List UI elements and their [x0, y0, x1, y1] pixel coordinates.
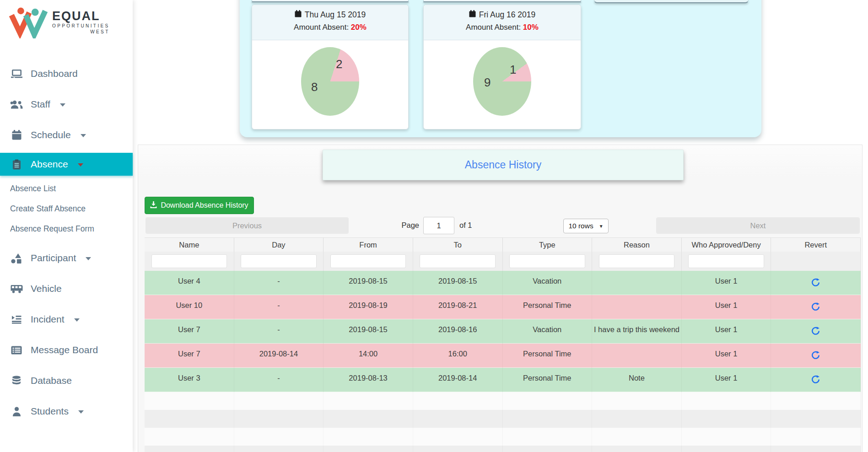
chevron-down-icon	[86, 257, 91, 260]
absence-history-table: Name Day From To Type Reason Who Approve…	[145, 237, 861, 452]
revert-button[interactable]	[811, 278, 820, 289]
logo-subtitle: OPPORTUNITIES	[52, 23, 110, 28]
page-number-input[interactable]	[423, 217, 454, 234]
table-row: User 7 2019-08-14 14:00 16:00 Personal T…	[145, 344, 861, 368]
sidebar-item-schedule[interactable]: Schedule	[0, 122, 133, 148]
column-header-from: From	[323, 238, 413, 252]
column-header-day: Day	[234, 238, 324, 252]
filter-input-who-approved[interactable]	[688, 254, 764, 268]
staff-users-icon	[10, 100, 23, 109]
rows-per-page-select[interactable]: 10 rows ▼	[563, 219, 609, 233]
app-logo[interactable]: EQUAL OPPORTUNITIES WEST	[0, 0, 133, 40]
logo-people-icon	[7, 4, 49, 40]
table-row: User 10 - 2019-08-19 2019-08-21 Personal…	[145, 295, 861, 319]
bus-icon	[10, 284, 23, 293]
column-header-revert: Revert	[771, 238, 861, 252]
pie-slice-label-absent: 1	[510, 63, 516, 77]
sidebar-subitem-absence-list[interactable]: Absence List	[0, 178, 133, 199]
table-row-empty	[145, 428, 861, 446]
amount-absent-value: 20%	[351, 23, 367, 32]
previous-page-button[interactable]: Previous	[146, 217, 349, 234]
column-header-type: Type	[503, 238, 593, 252]
table-filter-row	[145, 252, 861, 271]
filter-input-type[interactable]	[509, 254, 585, 268]
sidebar-subitem-absence-request-form[interactable]: Absence Request Form	[0, 219, 133, 239]
table-row-empty	[145, 410, 861, 428]
page-count-label: of 1	[459, 221, 472, 230]
shapes-icon	[10, 253, 23, 264]
pie-slice-label-absent: 2	[336, 57, 342, 71]
sidebar-item-participant[interactable]: Participant	[0, 245, 133, 271]
absence-page: EQUAL OPPORTUNITIES WEST Dashboard Staff	[0, 0, 868, 452]
table-row-empty	[145, 392, 861, 410]
revert-icon	[811, 355, 820, 361]
calendar-icon	[295, 10, 302, 20]
pie-slice-label-present: 9	[484, 75, 491, 90]
column-header-who-approved: Who Approved/Deny	[682, 238, 771, 252]
chevron-down-icon	[81, 134, 86, 137]
database-icon	[10, 376, 23, 386]
select-arrow-icon: ▼	[599, 224, 604, 229]
column-header-to: To	[413, 238, 503, 252]
revert-button[interactable]	[811, 375, 820, 386]
chevron-down-icon	[78, 410, 84, 414]
indent-list-icon	[10, 315, 23, 324]
revert-button[interactable]	[811, 326, 820, 337]
table-row: User 4 - 2019-08-15 2019-08-15 Vacation …	[145, 271, 861, 295]
column-header-reason: Reason	[592, 238, 682, 252]
chevron-down-icon	[60, 103, 65, 107]
table-row: User 7 - 2019-08-15 2019-08-16 Vacation …	[145, 319, 861, 344]
calendar-icon	[10, 130, 23, 140]
sidebar-item-message-board[interactable]: Message Board	[0, 337, 133, 363]
sidebar-item-vehicle[interactable]: Vehicle	[0, 276, 133, 301]
chevron-down-icon	[78, 163, 83, 167]
card-date: Thu Aug 15 2019	[305, 10, 366, 20]
chevron-down-icon	[74, 318, 80, 322]
cropped-card-edge	[594, 0, 749, 3]
absence-day-card-fri: Fri Aug 16 2019 Amount Absent: 10% 9 1	[423, 5, 581, 129]
sidebar-item-database[interactable]: Database	[0, 368, 133, 393]
sidebar-item-staff[interactable]: Staff	[0, 91, 133, 117]
amount-absent-label: Amount Absent:	[294, 23, 349, 32]
sidebar-item-students[interactable]: Students	[0, 398, 133, 424]
logo-title: EQUAL	[52, 10, 110, 22]
revert-icon	[811, 379, 820, 386]
column-header-name: Name	[145, 238, 234, 252]
amount-absent-value: 10%	[523, 23, 539, 32]
filter-input-from[interactable]	[330, 254, 406, 268]
sidebar-subitem-create-staff-absence[interactable]: Create Staff Absence	[0, 199, 133, 219]
absence-history-header: Absence History	[323, 150, 684, 180]
absence-pie-chart-fri: 9 1	[473, 47, 531, 116]
table-pagination: Previous Page of 1 10 rows ▼ Next	[145, 217, 861, 235]
message-board-icon	[10, 346, 23, 355]
filter-input-reason[interactable]	[599, 254, 675, 268]
revert-icon	[811, 330, 820, 337]
cropped-card-edge	[423, 0, 581, 2]
page-title: Absence History	[465, 159, 541, 171]
clipboard-icon	[10, 159, 23, 170]
next-page-button[interactable]: Next	[656, 217, 860, 234]
filter-input-name[interactable]	[151, 254, 227, 268]
filter-input-day[interactable]	[241, 254, 317, 268]
download-icon	[150, 201, 157, 210]
cropped-card-edge	[252, 0, 409, 2]
person-icon	[10, 407, 23, 416]
download-absence-history-button[interactable]: Download Absence History	[145, 197, 254, 214]
sidebar-item-absence[interactable]: Absence	[0, 153, 133, 176]
revert-button[interactable]	[811, 350, 820, 361]
filter-cell-revert-empty	[771, 252, 861, 271]
table-row-empty	[145, 446, 861, 452]
sidebar-item-incident[interactable]: Incident	[0, 307, 133, 332]
filter-input-to[interactable]	[420, 254, 496, 268]
card-date: Fri Aug 16 2019	[479, 10, 536, 20]
absence-pie-chart-thu: 8 2	[301, 47, 359, 116]
calendar-icon	[469, 10, 476, 20]
logo-subtitle-2: WEST	[52, 29, 110, 34]
sidebar-item-dashboard[interactable]: Dashboard	[0, 61, 133, 86]
table-row: User 3 - 2019-08-13 2019-08-14 Personal …	[145, 368, 861, 392]
pie-slice-label-present: 8	[311, 80, 318, 94]
page-label: Page	[394, 221, 419, 230]
revert-button[interactable]	[811, 302, 820, 313]
laptop-icon	[10, 69, 23, 79]
revert-icon	[811, 306, 820, 313]
